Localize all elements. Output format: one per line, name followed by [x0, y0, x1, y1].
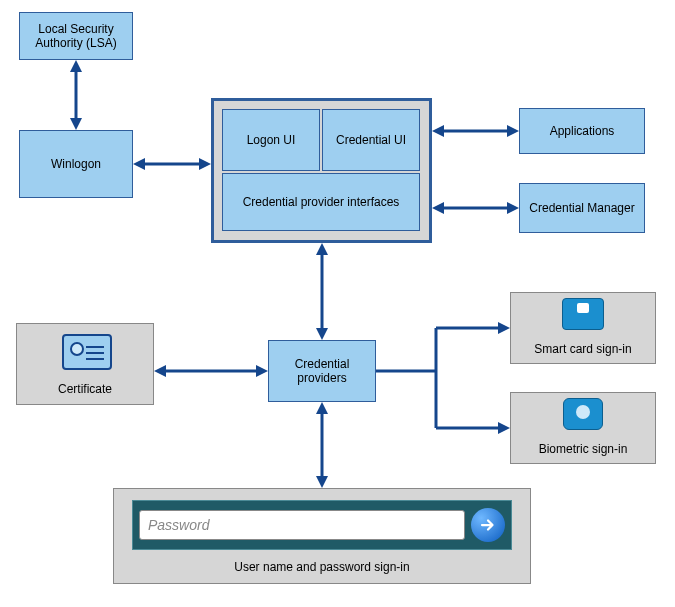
password-placeholder: Password: [148, 517, 209, 533]
label-winlogon: Winlogon: [51, 157, 101, 171]
svg-marker-13: [316, 243, 328, 255]
svg-marker-4: [133, 158, 145, 170]
label-certificate: Certificate: [16, 382, 154, 396]
svg-marker-11: [507, 202, 519, 214]
label-cp-interfaces: Credential provider interfaces: [243, 195, 400, 209]
arrow-frame-applications: [432, 121, 519, 141]
label-biometric: Biometric sign-in: [510, 442, 656, 456]
password-input[interactable]: Password: [139, 510, 465, 540]
label-password-panel: User name and password sign-in: [113, 560, 531, 574]
certificate-icon: [62, 334, 112, 370]
box-cp-interfaces: Credential provider interfaces: [222, 173, 420, 231]
biometric-icon: [563, 398, 603, 430]
box-logon-ui: Logon UI: [222, 109, 320, 171]
box-winlogon: Winlogon: [19, 130, 133, 198]
arrow-winlogon-frame: [133, 154, 211, 174]
arrow-right-icon: [479, 516, 497, 534]
svg-marker-22: [498, 322, 510, 334]
arrow-credproviders-branches: [376, 310, 516, 440]
svg-marker-8: [507, 125, 519, 137]
label-applications: Applications: [550, 124, 615, 138]
svg-marker-2: [70, 118, 82, 130]
svg-marker-25: [316, 402, 328, 414]
label-credential-providers: Credential providers: [273, 357, 371, 385]
box-applications: Applications: [519, 108, 645, 154]
label-logon-ui: Logon UI: [247, 133, 296, 147]
box-credential-manager: Credential Manager: [519, 183, 645, 233]
arrow-frame-credproviders: [312, 243, 332, 340]
svg-marker-10: [432, 202, 444, 214]
box-lsa: Local Security Authority (LSA): [19, 12, 133, 60]
svg-marker-16: [154, 365, 166, 377]
box-credential-ui: Credential UI: [322, 109, 420, 171]
svg-marker-7: [432, 125, 444, 137]
svg-marker-5: [199, 158, 211, 170]
arrow-certificate-credproviders: [154, 361, 268, 381]
arrow-credproviders-password: [312, 402, 332, 488]
password-input-group: Password: [132, 500, 512, 550]
arrow-lsa-winlogon: [66, 60, 86, 130]
svg-marker-23: [498, 422, 510, 434]
svg-marker-26: [316, 476, 328, 488]
label-credential-manager: Credential Manager: [529, 201, 634, 215]
svg-marker-1: [70, 60, 82, 72]
smart-card-icon: [562, 298, 604, 330]
svg-marker-17: [256, 365, 268, 377]
submit-arrow-button[interactable]: [471, 508, 505, 542]
label-smartcard: Smart card sign-in: [510, 342, 656, 356]
label-credential-ui: Credential UI: [336, 133, 406, 147]
arrow-frame-credmgr: [432, 198, 519, 218]
label-lsa: Local Security Authority (LSA): [24, 22, 128, 50]
svg-marker-14: [316, 328, 328, 340]
box-credential-providers: Credential providers: [268, 340, 376, 402]
